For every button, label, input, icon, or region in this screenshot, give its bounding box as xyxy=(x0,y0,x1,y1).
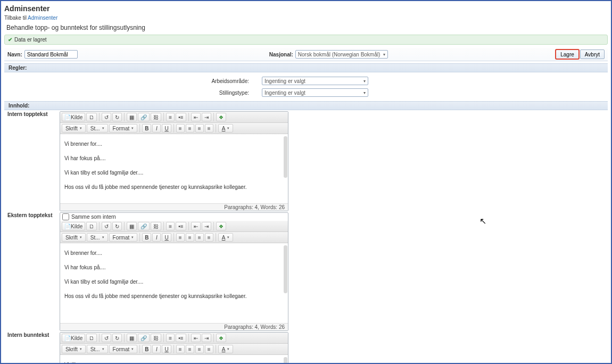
table-button[interactable]: ▦ xyxy=(127,113,137,121)
page-subtitle: Behandle topp- og bunntekst for stilling… xyxy=(6,24,608,31)
outdent-button[interactable]: ⇤ xyxy=(191,334,201,342)
editor-status-bar: Paragraphs: 4, Words: 26 xyxy=(60,203,288,211)
intern-topptekst-editor: 📄 Kilde 🗋 ↺ ↻ ▦ 🔗 ⛓ ≡ •≡ ⇤ xyxy=(60,111,288,211)
link-button[interactable]: 🔗 xyxy=(138,334,150,342)
underline-button[interactable]: U xyxy=(162,124,171,133)
textcolor-button[interactable]: A▾ xyxy=(218,345,234,353)
numbered-list-button[interactable]: ≡ xyxy=(166,113,175,121)
undo-button[interactable]: ↺ xyxy=(102,113,111,121)
textcolor-button[interactable]: A▾ xyxy=(218,124,234,133)
newpage-button[interactable]: 🗋 xyxy=(86,334,97,342)
italic-button[interactable]: I xyxy=(152,124,161,133)
editor-content-area[interactable]: Vi tilbyr en stabil arbeidsgiver med fle… xyxy=(60,355,288,364)
undo-button[interactable]: ↺ xyxy=(102,334,111,342)
numbered-list-button[interactable]: ≡ xyxy=(166,222,175,230)
redo-button[interactable]: ↻ xyxy=(112,222,122,230)
bold-button[interactable]: B xyxy=(142,124,151,133)
font-size-select[interactable]: St...▾ xyxy=(87,233,108,242)
arbeidsomrade-select[interactable]: Ingenting er valgt▾ xyxy=(262,77,368,85)
editor-toolbar: 📄 Kilde 🗋 ↺ ↻ ▦ 🔗 ⛓ ≡ •≡ ⇤ xyxy=(60,333,288,344)
scrollbar-thumb[interactable] xyxy=(284,245,287,293)
success-banner: ✔ Data er lagret xyxy=(4,35,608,45)
redo-button[interactable]: ↻ xyxy=(112,113,122,121)
innhold-section-header: Innhold: xyxy=(4,101,608,110)
unlink-button[interactable]: ⛓ xyxy=(151,113,161,121)
bold-button[interactable]: B xyxy=(142,233,151,242)
align-right-button[interactable]: ≡ xyxy=(195,233,204,242)
unlink-button[interactable]: ⛓ xyxy=(151,334,161,342)
align-center-button[interactable]: ≡ xyxy=(186,233,194,242)
align-justify-button[interactable]: ≡ xyxy=(205,345,213,353)
format-select[interactable]: Format▾ xyxy=(109,124,138,133)
link-button[interactable]: 🔗 xyxy=(138,113,150,121)
bullet-list-button[interactable]: •≡ xyxy=(176,222,186,230)
align-justify-button[interactable]: ≡ xyxy=(205,124,213,133)
undo-button[interactable]: ↺ xyxy=(102,222,111,230)
special-button[interactable]: ❖ xyxy=(216,113,226,121)
lagre-button[interactable]: Lagre xyxy=(556,49,579,59)
align-left-button[interactable]: ≡ xyxy=(176,124,185,133)
font-size-select[interactable]: St...▾ xyxy=(87,124,108,133)
outdent-button[interactable]: ⇤ xyxy=(191,113,201,121)
source-button[interactable]: 📄 Kilde xyxy=(62,222,85,230)
special-button[interactable]: ❖ xyxy=(216,222,226,230)
avbryt-button[interactable]: Avbryt xyxy=(580,49,605,59)
underline-button[interactable]: U xyxy=(162,345,171,353)
editor-toolbar-2: Skrift▾ St...▾ Format▾ B I U ≡ ≡ ≡ ≡ A▾ xyxy=(60,232,288,243)
unlink-button[interactable]: ⛓ xyxy=(151,222,161,230)
italic-button[interactable]: I xyxy=(152,345,161,353)
format-select[interactable]: Format▾ xyxy=(109,233,138,242)
bullet-list-button[interactable]: •≡ xyxy=(176,334,186,342)
navn-input[interactable] xyxy=(24,50,78,59)
nasjonal-select[interactable]: Norsk bokmål (Norwegian Bokmål) ▾ xyxy=(295,50,388,59)
paragraph: Vi har fokus på.... xyxy=(64,263,284,272)
font-family-select[interactable]: Skrift▾ xyxy=(62,124,86,133)
align-left-button[interactable]: ≡ xyxy=(176,345,185,353)
newpage-button[interactable]: 🗋 xyxy=(86,222,97,230)
editor-content-area[interactable]: Vi brenner for.... Vi har fokus på.... V… xyxy=(60,243,288,323)
align-center-button[interactable]: ≡ xyxy=(186,124,194,133)
link-button[interactable]: 🔗 xyxy=(138,222,150,230)
editor-content-area[interactable]: Vi brenner for.... Vi har fokus på.... V… xyxy=(60,134,288,203)
bullet-list-button[interactable]: •≡ xyxy=(176,113,186,121)
stillingstype-select[interactable]: Ingenting er valgt▾ xyxy=(262,88,368,97)
textcolor-button[interactable]: A▾ xyxy=(218,233,234,242)
redo-button[interactable]: ↻ xyxy=(112,334,122,342)
editor-toolbar-2: Skrift▾ St...▾ Format▾ B I U ≡ ≡ ≡ ≡ A▾ xyxy=(60,123,288,134)
chevron-down-icon: ▾ xyxy=(383,52,385,57)
check-icon: ✔ xyxy=(8,37,12,43)
indent-button[interactable]: ⇥ xyxy=(202,334,211,342)
breadcrumb-link[interactable]: Adminsenter xyxy=(28,15,57,21)
table-button[interactable]: ▦ xyxy=(127,334,137,342)
samme-som-intern-checkbox[interactable] xyxy=(62,213,69,220)
nasjonal-label: Nasjonal: xyxy=(269,52,293,57)
underline-button[interactable]: U xyxy=(162,233,171,242)
scrollbar-thumb[interactable] xyxy=(284,357,287,364)
font-family-select[interactable]: Skrift▾ xyxy=(62,233,86,242)
outdent-button[interactable]: ⇤ xyxy=(191,222,201,230)
align-left-button[interactable]: ≡ xyxy=(176,233,185,242)
format-select[interactable]: Format▾ xyxy=(109,345,138,353)
source-button[interactable]: 📄 Kilde xyxy=(62,113,85,121)
font-size-select[interactable]: St...▾ xyxy=(87,345,108,353)
paragraph: Vi kan tilby et solid fagmiljø der.... xyxy=(64,277,284,286)
indent-button[interactable]: ⇥ xyxy=(202,113,211,121)
scrollbar-thumb[interactable] xyxy=(284,136,287,178)
newpage-button[interactable]: 🗋 xyxy=(86,113,97,121)
italic-button[interactable]: I xyxy=(152,233,161,242)
paragraph: Vi brenner for.... xyxy=(64,139,284,148)
align-right-button[interactable]: ≡ xyxy=(195,124,204,133)
bold-button[interactable]: B xyxy=(142,345,151,353)
regler-section-header: Regler: xyxy=(4,63,608,72)
font-family-select[interactable]: Skrift▾ xyxy=(62,345,86,353)
align-justify-button[interactable]: ≡ xyxy=(205,233,213,242)
samme-som-intern-label: Samme som intern xyxy=(71,214,116,220)
special-button[interactable]: ❖ xyxy=(216,334,226,342)
align-center-button[interactable]: ≡ xyxy=(186,345,194,353)
align-right-button[interactable]: ≡ xyxy=(195,345,204,353)
breadcrumb-prefix: Tilbake til xyxy=(4,15,28,21)
source-button[interactable]: 📄 Kilde xyxy=(62,334,85,342)
numbered-list-button[interactable]: ≡ xyxy=(166,334,175,342)
table-button[interactable]: ▦ xyxy=(127,222,137,230)
indent-button[interactable]: ⇥ xyxy=(202,222,211,230)
